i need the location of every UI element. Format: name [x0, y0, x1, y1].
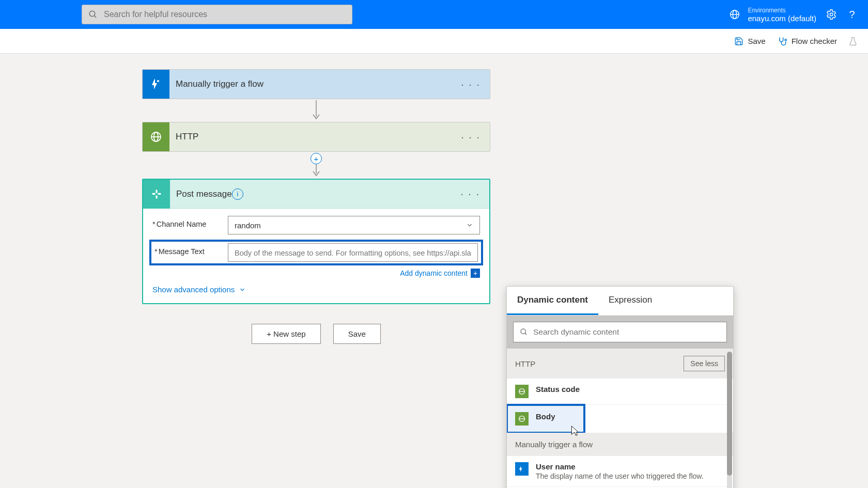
tab-expression[interactable]: Expression: [598, 287, 662, 315]
flow-canvas: Manually trigger a flow · · · HTTP · · ·…: [0, 54, 868, 344]
app-header: Environments enayu.com (default) ?: [0, 0, 868, 29]
global-search-input[interactable]: [104, 10, 346, 19]
new-step-button[interactable]: + New step: [252, 324, 320, 344]
http-icon: [143, 122, 169, 151]
save-flow-button[interactable]: Save: [333, 324, 381, 344]
dyn-item-user-name[interactable]: User name The display name of the user w…: [507, 456, 733, 487]
stethoscope-icon: [777, 36, 787, 46]
slack-card-header[interactable]: Post message i · · ·: [143, 180, 489, 209]
message-label: Message Text: [159, 247, 205, 256]
slack-menu[interactable]: · · ·: [460, 188, 480, 200]
svg-rect-15: [158, 193, 161, 194]
svg-rect-16: [156, 190, 157, 193]
help-icon[interactable]: ?: [846, 9, 858, 20]
environment-label: Environments: [748, 7, 816, 14]
svg-rect-14: [152, 193, 156, 194]
message-text-highlight: *Message Text: [149, 240, 483, 265]
connector-arrow-2: +: [142, 153, 490, 178]
see-less-button[interactable]: See less: [684, 356, 725, 371]
settings-icon[interactable]: [826, 9, 837, 20]
global-search[interactable]: [82, 5, 352, 24]
dyn-item-body[interactable]: Body: [508, 406, 583, 432]
show-advanced-options[interactable]: Show advanced options: [152, 285, 480, 294]
svg-point-6: [785, 39, 786, 40]
info-icon[interactable]: i: [232, 188, 243, 200]
slack-title: Post message: [176, 189, 232, 199]
trigger-menu[interactable]: · · ·: [461, 78, 481, 90]
test-icon[interactable]: [848, 36, 858, 46]
plus-icon: +: [471, 269, 480, 278]
insert-step-button[interactable]: +: [311, 153, 322, 164]
section-http: HTTP See less: [507, 349, 733, 379]
slack-post-message-card: Post message i · · · *Channel Name rando…: [142, 179, 490, 304]
trigger-icon: [143, 70, 169, 99]
svg-line-1: [94, 15, 96, 18]
environment-picker[interactable]: Environments enayu.com (default): [729, 7, 816, 23]
section-trigger: Manually trigger a flow: [507, 433, 733, 456]
save-button[interactable]: Save: [734, 37, 765, 46]
http-item-icon: [515, 385, 529, 398]
search-icon: [520, 328, 528, 336]
channel-value: random: [235, 221, 261, 230]
search-icon: [88, 10, 98, 19]
dynamic-search[interactable]: [513, 322, 727, 342]
add-dynamic-content-link[interactable]: Add dynamic content +: [152, 269, 480, 278]
svg-point-5: [830, 13, 833, 16]
http-card[interactable]: HTTP · · ·: [142, 122, 490, 152]
trigger-title: Manually trigger a flow: [176, 79, 264, 89]
http-item-icon: [515, 412, 529, 426]
svg-point-8: [157, 80, 159, 82]
slack-icon: [143, 180, 170, 209]
channel-name-row: *Channel Name random: [152, 216, 480, 234]
tab-dynamic-content[interactable]: Dynamic content: [507, 287, 598, 315]
save-icon: [734, 37, 743, 46]
dynamic-content-panel: Dynamic content Expression HTTP See less: [506, 286, 734, 488]
dynamic-search-input[interactable]: [533, 327, 720, 337]
scrollbar-thumb[interactable]: [727, 352, 732, 476]
command-bar: Save Flow checker: [0, 29, 868, 54]
chevron-down-icon: [466, 222, 473, 229]
trigger-item-icon: [515, 462, 529, 476]
globe-icon: [729, 9, 740, 20]
trigger-card[interactable]: Manually trigger a flow · · ·: [142, 69, 490, 99]
flow-checker-button[interactable]: Flow checker: [777, 36, 837, 46]
channel-label: Channel Name: [157, 220, 207, 228]
svg-line-19: [525, 333, 526, 335]
http-menu[interactable]: · · ·: [461, 131, 481, 143]
message-text-input[interactable]: [228, 243, 478, 262]
dyn-item-status-code[interactable]: Status code: [507, 379, 733, 405]
environment-value: enayu.com (default): [748, 14, 816, 23]
dyn-item-body-highlight: Body: [507, 404, 585, 434]
chevron-down-icon: [239, 286, 246, 293]
svg-point-18: [521, 329, 525, 334]
channel-select[interactable]: random: [228, 216, 480, 234]
http-title: HTTP: [176, 132, 198, 142]
svg-rect-17: [156, 195, 157, 199]
connector-arrow-1: [142, 100, 490, 121]
svg-point-0: [89, 11, 95, 17]
